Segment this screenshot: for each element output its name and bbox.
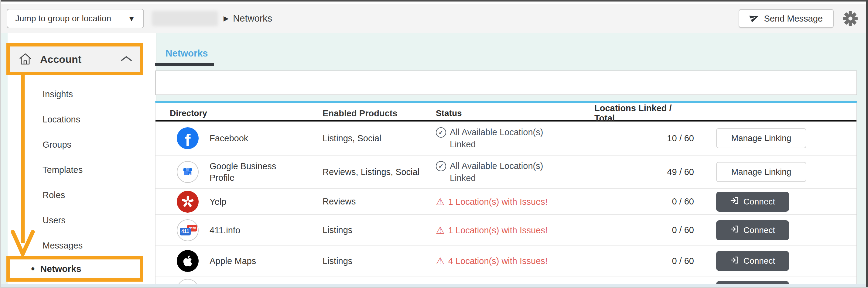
table-row-apple-maps: Apple Maps Listings ⚠ 4 Location(s) with… — [155, 246, 857, 277]
directory-name: Facebook — [210, 133, 248, 144]
check-circle-icon: ✓ — [436, 127, 446, 138]
paper-plane-icon — [749, 13, 759, 25]
networks-table: Directory Enabled Products Status Locati… — [155, 101, 857, 286]
dropdown-caret-icon: ▼ — [128, 14, 135, 23]
status-text: ⚠ 1 Location(s) with Issues! — [436, 196, 567, 208]
send-message-label: Send Message — [764, 14, 823, 24]
enabled-products: Listings — [322, 256, 436, 266]
column-header-locations-linked: Locations Linked / Total — [594, 103, 694, 123]
sidebar-item-roles[interactable]: Roles — [8, 182, 156, 208]
top-toolbar: Jump to group or location ▼ ▶ Networks S… — [1, 2, 866, 33]
sidebar-account-header[interactable]: Account — [6, 43, 143, 75]
apple-maps-icon — [177, 250, 198, 272]
frame-border — [866, 0, 868, 288]
directory-name: 411.info — [210, 225, 240, 236]
locations-linked-count: 10 / 60 — [594, 133, 694, 143]
sidebar-menu: Insights Locations Groups Templates Role… — [8, 82, 156, 258]
status-text: ⚠ 1 Location(s) with Issues! — [436, 224, 567, 236]
home-icon — [18, 52, 32, 66]
frame-border — [0, 287, 868, 288]
bottom-strip — [1, 284, 866, 287]
sign-in-icon — [730, 225, 739, 236]
status-text: ⚠ 4 Location(s) with Issues! — [436, 255, 567, 267]
table-header-row: Directory Enabled Products Status Locati… — [155, 103, 857, 121]
account-label: Account — [40, 54, 82, 65]
sidebar-item-templates[interactable]: Templates — [8, 157, 156, 182]
directory-name: Google Business Profile — [210, 161, 287, 183]
table-row-facebook: f Facebook Listings, Social ✓ All Availa… — [155, 121, 857, 155]
settings-gear-icon[interactable] — [843, 11, 858, 26]
active-bullet-icon: • — [31, 263, 35, 274]
filter-panel — [155, 70, 857, 95]
sidebar-item-messages[interactable]: Messages — [8, 233, 156, 258]
tab-networks[interactable]: Networks — [165, 48, 208, 59]
locations-linked-count: 49 / 60 — [594, 167, 694, 177]
frame-border — [0, 0, 868, 2]
sidebar-item-groups[interactable]: Groups — [8, 132, 156, 157]
411-info-icon: .info 411 — [177, 219, 198, 241]
column-header-directory: Directory — [155, 109, 322, 118]
warning-triangle-icon: ⚠ — [436, 224, 445, 236]
facebook-icon: f — [177, 127, 198, 149]
locations-linked-count: 0 / 60 — [594, 225, 694, 235]
directory-name: Yelp — [210, 196, 226, 207]
svg-text:G: G — [189, 172, 191, 175]
sign-in-icon — [730, 196, 739, 207]
locations-linked-count: 0 / 60 — [594, 256, 694, 266]
manage-linking-button[interactable]: Manage Linking — [716, 162, 806, 182]
sign-in-icon — [730, 256, 739, 267]
manage-linking-button[interactable]: Manage Linking — [716, 128, 806, 148]
check-circle-icon: ✓ — [436, 161, 446, 171]
sidebar-item-insights[interactable]: Insights — [8, 82, 156, 107]
sidebar-item-users[interactable]: Users — [8, 208, 156, 233]
sidebar-item-networks-active[interactable]: • Networks — [6, 256, 143, 282]
chevron-up-icon — [120, 56, 132, 63]
send-message-button[interactable]: Send Message — [739, 9, 834, 28]
active-tab-indicator — [155, 63, 214, 66]
breadcrumb-arrow-icon: ▶ — [223, 15, 229, 23]
table-row-google-business-profile: G Google Business Profile Reviews, Listi… — [155, 155, 857, 189]
column-header-enabled-products: Enabled Products — [322, 109, 436, 118]
table-row-411-info: .info 411 411.info Listings ⚠ 1 Location… — [155, 215, 857, 246]
enabled-products: Listings — [322, 225, 436, 235]
connect-button[interactable]: Connect — [716, 251, 789, 271]
sidebar-networks-label: Networks — [40, 264, 82, 274]
redacted-account-name — [152, 11, 218, 26]
enabled-products: Reviews — [322, 197, 436, 207]
yelp-icon — [177, 191, 198, 213]
breadcrumb: ▶ Networks — [152, 11, 272, 26]
connect-button[interactable]: Connect — [716, 192, 789, 212]
enabled-products: Reviews, Listings, Social — [322, 167, 436, 177]
jump-dropdown-label: Jump to group or location — [15, 14, 111, 23]
column-header-status: Status — [436, 109, 594, 118]
breadcrumb-current-page: Networks — [233, 13, 272, 24]
sidebar-item-locations[interactable]: Locations — [8, 107, 156, 132]
connect-button[interactable]: Connect — [716, 220, 789, 240]
directory-name: Apple Maps — [210, 255, 256, 267]
jump-to-group-dropdown[interactable]: Jump to group or location ▼ — [7, 9, 144, 28]
locations-linked-count: 0 / 60 — [594, 197, 694, 207]
status-text: ✓ All Available Location(s) Linked — [436, 126, 567, 150]
warning-triangle-icon: ⚠ — [436, 196, 445, 208]
warning-triangle-icon: ⚠ — [436, 255, 445, 267]
frame-border — [0, 0, 1, 288]
status-text: ✓ All Available Location(s) Linked — [436, 160, 567, 184]
app-window: Jump to group or location ▼ ▶ Networks S… — [0, 0, 868, 288]
table-row-yelp: Yelp Reviews ⚠ 1 Location(s) with Issues… — [155, 189, 857, 215]
google-business-profile-icon: G — [177, 161, 198, 183]
enabled-products: Listings, Social — [322, 133, 436, 143]
